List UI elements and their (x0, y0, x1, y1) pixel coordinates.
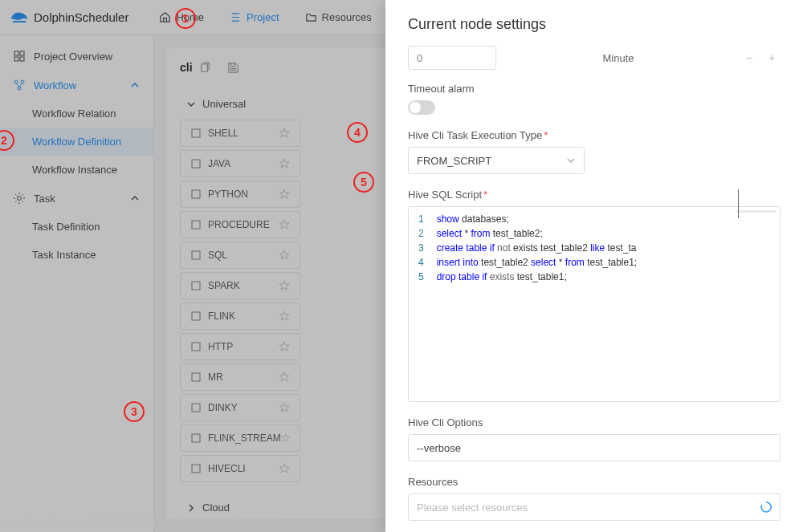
task-type-icon (190, 402, 202, 413)
copy-icon[interactable] (199, 62, 211, 74)
exec-type-select[interactable]: FROM_SCRIPT (408, 147, 585, 174)
svg-rect-3 (14, 57, 18, 61)
sidebar-workflow-relation[interactable]: Workflow Relation (0, 99, 153, 128)
star-icon[interactable] (279, 341, 290, 352)
task-item-flink[interactable]: FLINK (180, 303, 300, 330)
task-type-icon (190, 311, 202, 322)
svg-rect-16 (192, 312, 200, 320)
drawer-title: Current node settings (408, 16, 781, 33)
folder-icon (305, 11, 317, 23)
task-item-java[interactable]: JAVA (180, 150, 300, 177)
sidebar-project-overview[interactable]: Project Overview (0, 42, 153, 71)
dashboard-icon (13, 50, 26, 63)
footer-watermark: www.toymoban.com 网络图片仅供展示，非存储，如有侵权请联系删除。 (6, 517, 291, 529)
star-icon[interactable] (279, 128, 290, 139)
resources-label: Resources (408, 476, 781, 488)
star-icon[interactable] (281, 433, 290, 444)
sidebar-workflow-instance[interactable]: Workflow Instance (0, 156, 153, 184)
brand-logo[interactable]: DolphinScheduler (10, 10, 128, 26)
task-item-mr[interactable]: MR (180, 363, 300, 391)
svg-point-5 (14, 80, 18, 83)
chevron-right-icon (186, 503, 196, 513)
svg-rect-4 (20, 57, 24, 61)
nav-project[interactable]: Project (218, 6, 290, 28)
timeout-alarm-label: Timeout alarm (408, 83, 781, 95)
task-type-icon (190, 219, 202, 230)
interval-spinner: 0 Minute − + (408, 46, 781, 70)
chevron-down-icon (186, 99, 196, 109)
task-type-icon (190, 433, 202, 444)
task-item-procedure[interactable]: PROCEDURE (180, 211, 300, 238)
save-icon[interactable] (227, 62, 239, 74)
task-type-icon (190, 280, 202, 291)
minimap (736, 210, 777, 231)
brand-text: DolphinScheduler (34, 10, 128, 24)
sidebar-task-definition[interactable]: Task Definition (0, 213, 153, 241)
svg-rect-2 (20, 51, 24, 55)
chevron-up-icon (129, 79, 141, 91)
svg-rect-15 (192, 282, 200, 290)
sidebar-workflow-definition[interactable]: Workflow Definition (0, 128, 153, 156)
star-icon[interactable] (279, 158, 290, 169)
task-type-icon (190, 128, 202, 139)
workflow-icon (13, 79, 26, 91)
svg-rect-1 (14, 51, 18, 55)
task-item-hivecli[interactable]: HIVECLI (180, 455, 300, 482)
resources-select[interactable]: Please select resources (408, 493, 781, 521)
task-item-sql[interactable]: SQL (180, 242, 300, 269)
task-type-icon (190, 463, 202, 474)
task-list: SHELLJAVAPYTHONPROCEDURESQLSPARKFLINKHTT… (180, 120, 300, 485)
star-icon[interactable] (279, 250, 290, 261)
gear-icon (13, 192, 26, 205)
sidebar-workflow[interactable]: Workflow (0, 71, 153, 99)
list-icon (230, 11, 242, 23)
svg-point-8 (18, 197, 22, 201)
task-item-python[interactable]: PYTHON (180, 181, 300, 208)
svg-point-7 (18, 87, 21, 90)
timeout-alarm-toggle[interactable] (408, 100, 435, 115)
sql-editor[interactable]: 12345 show databases; select * from test… (408, 206, 781, 402)
svg-point-6 (21, 80, 24, 83)
nav-resources[interactable]: Resources (294, 6, 383, 28)
loading-icon (760, 502, 772, 513)
nav-home[interactable]: Home (148, 6, 215, 28)
star-icon[interactable] (279, 189, 290, 200)
task-item-spark[interactable]: SPARK (180, 272, 300, 299)
svg-rect-14 (192, 251, 200, 259)
task-item-dinky[interactable]: DINKY (180, 394, 300, 421)
script-label: Hive SQL Script* (408, 189, 781, 201)
sidebar-task-instance[interactable]: Task Instance (0, 241, 153, 269)
task-type-icon (190, 158, 202, 169)
star-icon[interactable] (279, 463, 290, 474)
star-icon[interactable] (279, 372, 290, 383)
dolphin-icon (10, 10, 29, 26)
svg-rect-10 (192, 129, 200, 137)
interval-unit: Minute (501, 52, 736, 64)
line-gutter: 12345 (409, 207, 430, 289)
left-sidebar: Project Overview Workflow Workflow Relat… (0, 35, 154, 532)
task-type-icon (190, 250, 202, 261)
interval-increment[interactable]: + (763, 49, 781, 67)
star-icon[interactable] (279, 311, 290, 322)
star-icon[interactable] (279, 402, 290, 413)
task-item-shell[interactable]: SHELL (180, 120, 300, 147)
svg-rect-18 (192, 373, 200, 381)
task-item-flink_stream[interactable]: FLINK_STREAM (180, 424, 300, 452)
options-label: Hive Cli Options (408, 416, 781, 428)
group-universal[interactable]: Universal (180, 88, 300, 120)
svg-rect-21 (192, 465, 200, 473)
svg-rect-12 (192, 190, 200, 198)
options-input[interactable]: --verbose (408, 434, 781, 461)
star-icon[interactable] (279, 219, 290, 230)
task-type-icon (190, 372, 202, 383)
sidebar-task[interactable]: Task (0, 184, 153, 213)
svg-rect-9 (201, 63, 207, 71)
task-item-http[interactable]: HTTP (180, 333, 300, 360)
code-content[interactable]: show databases; select * from test_table… (430, 207, 780, 289)
svg-rect-17 (192, 343, 200, 351)
star-icon[interactable] (279, 280, 290, 291)
interval-decrement[interactable]: − (740, 49, 758, 67)
svg-rect-20 (192, 434, 200, 442)
task-type-icon (190, 189, 202, 200)
interval-value[interactable]: 0 (408, 46, 496, 70)
